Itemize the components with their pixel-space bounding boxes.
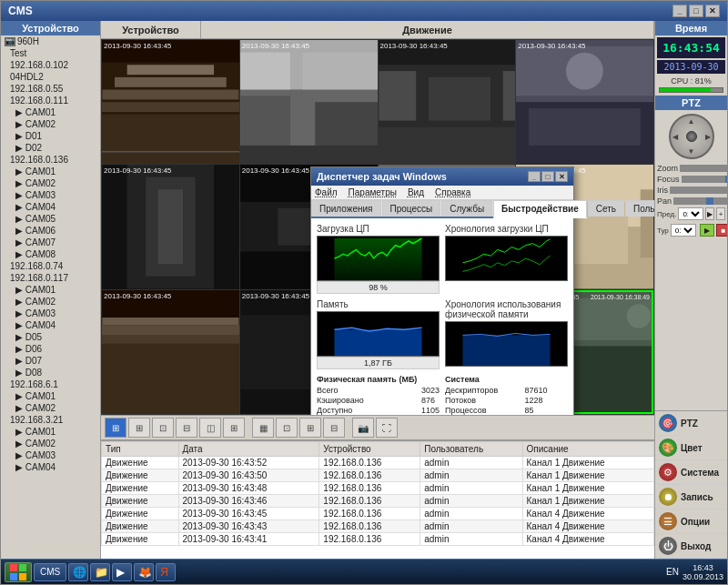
tm-minimize[interactable]: _ [528, 171, 541, 182]
minimize-button[interactable]: _ [672, 5, 687, 17]
sidebar-item-cam05-2[interactable]: ▶ CAM05 [1, 213, 100, 225]
right-btn-record[interactable]: ⏺ Запись [655, 485, 727, 509]
sidebar-item-192168074[interactable]: 192.168.0.74 [1, 260, 100, 272]
sidebar-item-cam07-2[interactable]: ▶ CAM07 [1, 237, 100, 248]
taskbar-app-yandex[interactable]: Я [156, 563, 176, 581]
sidebar-item-192168117[interactable]: 192.168.0.117 [1, 272, 100, 284]
toolbar-btn-snap[interactable]: 📷 [352, 418, 374, 438]
tm-menu-params[interactable]: Параметры [349, 187, 397, 197]
table-row[interactable]: Движение2013-09-30 16:43:48192.168.0.136… [102, 482, 654, 495]
table-row[interactable]: Движение2013-09-30 16:43:50192.168.0.136… [102, 469, 654, 482]
ptz-preset-go-btn[interactable]: ▶ [705, 207, 714, 220]
ptz-ring[interactable]: ▲ ▼ ◀ ▶ [669, 114, 714, 159]
taskbar-app-file[interactable]: 📁 [90, 563, 110, 581]
sidebar-item-cam03-5[interactable]: ▶ CAM03 [1, 449, 100, 461]
table-row[interactable]: Движение2013-09-30 16:43:46192.168.0.136… [102, 495, 654, 508]
sidebar-item-cam01-2[interactable]: ▶ CAM01 [1, 166, 100, 177]
sidebar-item-cam06-2[interactable]: ▶ CAM06 [1, 225, 100, 237]
table-row[interactable]: Движение2013-09-30 16:43:41192.168.0.136… [102, 533, 654, 546]
taskbar-app-media[interactable]: ▶ [112, 563, 132, 581]
sidebar-item-cam01-1[interactable]: ▶ CAM01 [1, 106, 100, 118]
sidebar-item-960h[interactable]: 📷 960H [1, 35, 100, 47]
sidebar-item-d02[interactable]: ▶ D02 [1, 142, 100, 154]
toolbar-btn-view1[interactable]: ▦ [252, 418, 274, 438]
tm-menu-view[interactable]: Вид [408, 187, 424, 197]
sidebar-item-cam04-3[interactable]: ▶ CAM04 [1, 319, 100, 331]
taskbar-app-cms[interactable]: CMS [34, 563, 66, 581]
sidebar-item-cam03-3[interactable]: ▶ CAM03 [1, 308, 100, 319]
toolbar-btn-view3[interactable]: ⊞ [299, 418, 321, 438]
camera-cell-3[interactable]: 2013-09-30 16:43:45 [379, 40, 516, 164]
right-btn-options[interactable]: ☰ Опции [655, 509, 727, 534]
ptz-center[interactable] [686, 131, 697, 142]
tm-menu-file[interactable]: Файл [315, 187, 338, 197]
right-btn-exit[interactable]: ⏻ Выход [655, 534, 727, 559]
sidebar-item-d08[interactable]: ▶ D08 [1, 367, 100, 378]
sidebar-item-test[interactable]: Test [1, 47, 100, 59]
sidebar-item-192168055[interactable]: 192.168.0.55 [1, 83, 100, 95]
close-button[interactable]: ✕ [705, 5, 720, 17]
ptz-iris-slider[interactable] [670, 187, 727, 194]
sidebar-item-cam01-3[interactable]: ▶ CAM01 [1, 284, 100, 296]
sidebar-item-d05[interactable]: ▶ D05 [1, 331, 100, 343]
sidebar-item-192168102[interactable]: 192.168.0.102 [1, 59, 100, 71]
toolbar-btn-grid3[interactable]: ⊡ [152, 418, 174, 438]
ptz-pan-slider[interactable] [673, 197, 727, 205]
events-scroll[interactable]: Тип Дата Устройство Пользователь Описани… [101, 441, 654, 559]
table-row[interactable]: Движение2013-09-30 16:43:52192.168.0.136… [102, 457, 654, 469]
maximize-button[interactable]: □ [689, 5, 703, 17]
sidebar-item-192168111[interactable]: 192.168.0.111 [1, 95, 100, 106]
toolbar-btn-grid1[interactable]: ⊞ [105, 418, 126, 438]
sidebar-item-cam01-5[interactable]: ▶ CAM01 [1, 426, 100, 438]
tm-menu-help[interactable]: Справка [435, 187, 470, 197]
tm-tab-performance[interactable]: Быстродействие [493, 200, 587, 218]
camera-cell-1[interactable]: 2013-09-30 16:43:45 [102, 40, 239, 164]
taskbar-app-ie[interactable]: 🌐 [68, 563, 88, 581]
sidebar-item-192168136[interactable]: 192.168.0.136 [1, 154, 100, 166]
sidebar-item-cam08-2[interactable]: ▶ CAM08 [1, 248, 100, 260]
toolbar-btn-view4[interactable]: ⊟ [323, 418, 345, 438]
right-btn-color[interactable]: 🎨 Цвет [655, 436, 727, 460]
right-btn-system[interactable]: ⚙ Система [655, 460, 727, 485]
tm-tab-processes[interactable]: Процессы [382, 200, 441, 217]
toolbar-btn-view2[interactable]: ⊡ [276, 418, 298, 438]
sidebar-item-d07[interactable]: ▶ D07 [1, 355, 100, 367]
toolbar-btn-grid2[interactable]: ⊞ [128, 418, 150, 438]
sidebar-item-cam02-5[interactable]: ▶ CAM02 [1, 438, 100, 449]
sidebar-item-d01[interactable]: ▶ D01 [1, 130, 100, 142]
sidebar-item-d06[interactable]: ▶ D06 [1, 343, 100, 355]
ptz-pb-play[interactable]: ▶ [700, 224, 714, 237]
sidebar-item-04hdl2[interactable]: 04HDL2 [1, 71, 100, 83]
camera-cell-9[interactable]: 2013-09-30 16:43:45 [102, 290, 239, 414]
toolbar-btn-fullscreen[interactable]: ⛶ [376, 418, 398, 438]
sidebar-item-cam04-2[interactable]: ▶ CAM04 [1, 201, 100, 213]
sidebar-item-19216861[interactable]: 192.168.6.1 [1, 378, 100, 390]
table-row[interactable]: Движение2013-09-30 16:43:45192.168.0.136… [102, 508, 654, 520]
ptz-zoom-slider[interactable] [680, 165, 727, 172]
sidebar-item-cam01-4[interactable]: ▶ CAM01 [1, 390, 100, 402]
camera-cell-4[interactable]: 2013-09-30 16:43:45 [516, 40, 653, 164]
toolbar-btn-grid6[interactable]: ⊞ [223, 418, 245, 438]
camera-cell-5[interactable]: 2013-09-30 16:43:45 [102, 165, 239, 288]
tm-maximize[interactable]: □ [541, 171, 554, 182]
sidebar-item-cam02-1[interactable]: ▶ CAM02 [1, 118, 100, 130]
table-row[interactable]: Движение2013-09-30 16:43:43192.168.0.136… [102, 520, 654, 533]
camera-cell-2[interactable]: 2013-09-30 16:43:45 [240, 40, 378, 164]
sidebar-item-cam02-3[interactable]: ▶ CAM02 [1, 296, 100, 308]
ptz-focus-slider[interactable] [682, 176, 727, 183]
ptz-preset-set-btn[interactable]: + [716, 207, 725, 220]
sidebar-item-cam02-2[interactable]: ▶ CAM02 [1, 177, 100, 189]
right-btn-ptz[interactable]: 🎯 PTZ [655, 411, 727, 436]
sidebar-item-192168321[interactable]: 192.168.3.21 [1, 414, 100, 426]
sidebar-item-cam02-4[interactable]: ▶ CAM02 [1, 402, 100, 414]
tm-tab-services[interactable]: Службы [441, 200, 492, 217]
taskbar-app-browser2[interactable]: 🦊 [134, 563, 154, 581]
sidebar-item-cam04-5[interactable]: ▶ CAM04 [1, 461, 100, 473]
sidebar-item-cam03-2[interactable]: ▶ CAM03 [1, 189, 100, 201]
tm-tab-network[interactable]: Сеть [588, 200, 624, 217]
start-button[interactable] [5, 562, 32, 582]
ptz-preset-select[interactable]: 01 [678, 207, 703, 220]
tm-tab-users[interactable]: Пользователи [625, 200, 654, 217]
tm-close[interactable]: ✕ [555, 171, 568, 182]
ptz-tyr-select[interactable]: 01 [671, 224, 696, 237]
